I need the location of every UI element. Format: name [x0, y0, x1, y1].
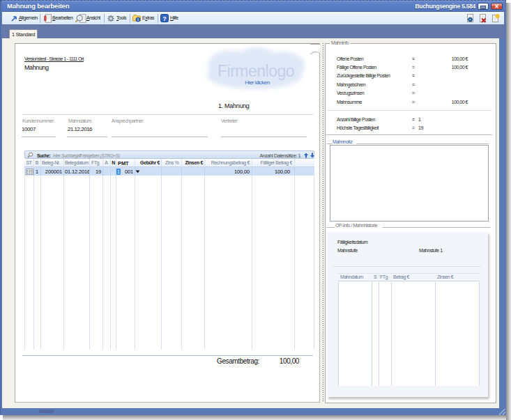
svg-text:?: ?: [162, 15, 167, 22]
svg-text:Firmenlogo: Firmenlogo: [218, 62, 294, 80]
svg-text:Hier klicken: Hier klicken: [245, 79, 269, 86]
